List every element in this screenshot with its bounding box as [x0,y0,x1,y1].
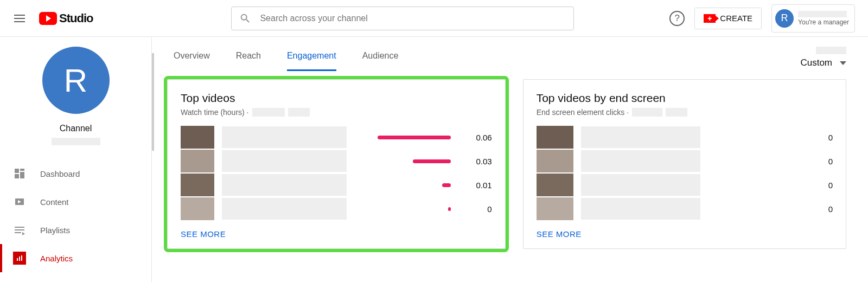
redacted-text [632,108,662,117]
sidebar-item-analytics[interactable]: Analytics [0,244,151,272]
nav: Dashboard Content Playlists Analytics [0,159,151,272]
end-screen-clicks-value: 0 [806,204,833,214]
video-thumbnail [181,150,214,172]
redacted-text [252,108,285,117]
video-thumbnail [537,150,573,172]
camera-plus-icon: + [704,14,716,23]
see-more-link[interactable]: SEE MORE [181,229,492,239]
redacted-text [581,174,700,196]
tab-reach[interactable]: Reach [236,51,261,71]
period-label: Custom [800,57,832,68]
menu-icon[interactable] [13,12,26,25]
account-chip[interactable]: R You're a manager [771,4,855,33]
video-thumbnail [537,126,573,149]
chevron-down-icon[interactable] [840,61,846,65]
search-box[interactable] [231,7,574,30]
content-icon [13,195,26,208]
header: Studio ? + CREATE R You're a manager [0,0,868,37]
analytics-icon [13,252,26,265]
card-top-videos: Top videos Watch time (hours) · 0.06 [167,79,506,249]
card-subtitle: End screen element clicks · [537,108,629,117]
end-screen-clicks-value: 0 [806,133,833,142]
see-more-link[interactable]: SEE MORE [537,229,833,239]
card-top-videos-end-screen: Top videos by end screen End screen elem… [523,79,846,249]
redacted-text [581,150,700,172]
redacted-text [288,108,310,117]
table-row[interactable]: 0 [537,173,833,197]
svg-rect-3 [21,255,22,261]
watch-time-value: 0.06 [465,133,492,142]
redacted-text [666,108,687,117]
svg-rect-2 [19,257,20,261]
tabs: Overview Reach Engagement Audience [152,37,868,72]
tab-audience[interactable]: Audience [362,51,399,71]
manager-text: You're a manager [798,18,849,26]
tab-engagement[interactable]: Engagement [287,51,336,71]
table-row[interactable]: 0 [537,125,833,149]
search-icon [239,12,251,24]
date-range-picker[interactable]: Custom [800,47,846,68]
sidebar-item-label: Dashboard [40,169,80,178]
bar-segment [442,183,451,187]
search-input[interactable] [259,13,566,24]
end-screen-clicks-value: 0 [806,157,833,166]
redacted-text [222,198,347,220]
video-thumbnail [181,126,214,149]
svg-rect-1 [17,258,18,261]
scroll-indicator[interactable] [152,53,154,151]
avatar: R [775,9,794,28]
end-screen-clicks-value: 0 [806,181,833,190]
redacted-text [581,198,700,220]
main: Overview Reach Engagement Audience Custo… [152,37,868,282]
bar-segment [413,159,451,163]
bar-segment [378,136,451,139]
create-label: CREATE [720,14,752,23]
channel-block: R Channel [0,44,151,145]
create-button[interactable]: + CREATE [694,8,762,29]
redacted-text [581,126,700,148]
redacted-text [222,126,347,148]
bar-segment [448,207,451,211]
table-row[interactable]: 0 [181,197,492,221]
watch-time-value: 0.03 [465,157,492,166]
redacted-text [222,174,347,196]
youtube-play-icon [39,12,57,25]
dashboard-icon [13,167,26,180]
sidebar-item-label: Content [40,197,69,207]
sidebar-item-playlists[interactable]: Playlists [0,216,151,244]
redacted-text [798,11,847,17]
sidebar: R Channel Dashboard Content Playlists An… [0,37,152,282]
card-subtitle: Watch time (hours) · [181,108,249,117]
sidebar-item-content[interactable]: Content [0,188,151,216]
help-icon[interactable]: ? [669,11,685,26]
watch-time-value: 0 [465,204,492,214]
card-title: Top videos by end screen [537,92,833,105]
video-thumbnail [537,174,573,196]
playlists-icon [13,223,26,236]
sidebar-item-dashboard[interactable]: Dashboard [0,159,151,188]
channel-label: Channel [60,124,92,133]
video-thumbnail [181,197,214,220]
tab-overview[interactable]: Overview [174,51,210,71]
video-thumbnail [181,174,214,196]
table-row[interactable]: 0.01 [181,173,492,197]
table-row[interactable]: 0 [537,149,833,173]
sidebar-item-label: Playlists [40,226,70,235]
logo-text: Studio [59,11,93,25]
redacted-text [816,47,846,54]
channel-avatar[interactable]: R [42,47,110,114]
table-row[interactable]: 0.06 [181,125,492,149]
card-title: Top videos [181,92,492,105]
video-thumbnail [537,197,573,220]
table-row[interactable]: 0 [537,197,833,221]
table-row[interactable]: 0.03 [181,149,492,173]
logo[interactable]: Studio [39,11,93,25]
redacted-text [52,138,100,145]
sidebar-item-label: Analytics [40,254,73,263]
redacted-text [222,150,347,172]
watch-time-value: 0.01 [465,181,492,190]
